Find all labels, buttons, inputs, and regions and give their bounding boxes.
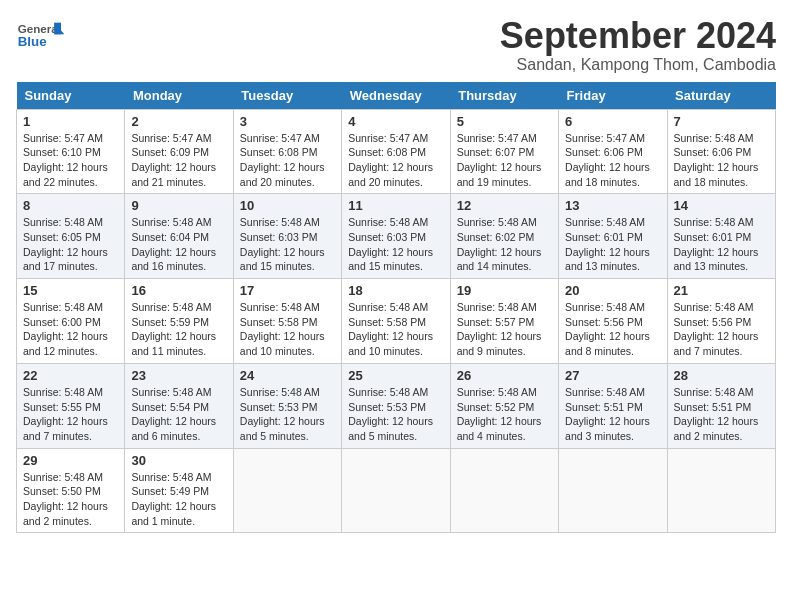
logo-icon: General Blue	[16, 16, 66, 56]
day-info: Sunrise: 5:48 AM Sunset: 6:05 PM Dayligh…	[23, 215, 118, 274]
day-info: Sunrise: 5:47 AM Sunset: 6:08 PM Dayligh…	[348, 131, 443, 190]
calendar-row: 1Sunrise: 5:47 AM Sunset: 6:10 PM Daylig…	[17, 109, 776, 194]
day-number: 19	[457, 283, 552, 298]
table-row: 4Sunrise: 5:47 AM Sunset: 6:08 PM Daylig…	[342, 109, 450, 194]
svg-rect-3	[54, 23, 61, 35]
day-info: Sunrise: 5:48 AM Sunset: 6:00 PM Dayligh…	[23, 300, 118, 359]
header-wednesday: Wednesday	[342, 82, 450, 110]
header-sunday: Sunday	[17, 82, 125, 110]
table-row: 17Sunrise: 5:48 AM Sunset: 5:58 PM Dayli…	[233, 279, 341, 364]
day-number: 14	[674, 198, 769, 213]
day-number: 20	[565, 283, 660, 298]
table-row: 26Sunrise: 5:48 AM Sunset: 5:52 PM Dayli…	[450, 363, 558, 448]
table-row: 1Sunrise: 5:47 AM Sunset: 6:10 PM Daylig…	[17, 109, 125, 194]
day-number: 12	[457, 198, 552, 213]
day-info: Sunrise: 5:48 AM Sunset: 5:49 PM Dayligh…	[131, 470, 226, 529]
day-info: Sunrise: 5:48 AM Sunset: 5:53 PM Dayligh…	[240, 385, 335, 444]
day-info: Sunrise: 5:48 AM Sunset: 6:06 PM Dayligh…	[674, 131, 769, 190]
table-row: 10Sunrise: 5:48 AM Sunset: 6:03 PM Dayli…	[233, 194, 341, 279]
table-row: 28Sunrise: 5:48 AM Sunset: 5:51 PM Dayli…	[667, 363, 775, 448]
header-thursday: Thursday	[450, 82, 558, 110]
table-row: 15Sunrise: 5:48 AM Sunset: 6:00 PM Dayli…	[17, 279, 125, 364]
day-info: Sunrise: 5:48 AM Sunset: 5:51 PM Dayligh…	[565, 385, 660, 444]
table-row: 21Sunrise: 5:48 AM Sunset: 5:56 PM Dayli…	[667, 279, 775, 364]
day-number: 18	[348, 283, 443, 298]
day-info: Sunrise: 5:48 AM Sunset: 5:51 PM Dayligh…	[674, 385, 769, 444]
title-area: September 2024 Sandan, Kampong Thom, Cam…	[500, 16, 776, 74]
table-row: 23Sunrise: 5:48 AM Sunset: 5:54 PM Dayli…	[125, 363, 233, 448]
day-info: Sunrise: 5:47 AM Sunset: 6:10 PM Dayligh…	[23, 131, 118, 190]
table-row	[342, 448, 450, 533]
day-info: Sunrise: 5:48 AM Sunset: 6:02 PM Dayligh…	[457, 215, 552, 274]
table-row: 5Sunrise: 5:47 AM Sunset: 6:07 PM Daylig…	[450, 109, 558, 194]
table-row: 11Sunrise: 5:48 AM Sunset: 6:03 PM Dayli…	[342, 194, 450, 279]
day-info: Sunrise: 5:48 AM Sunset: 5:59 PM Dayligh…	[131, 300, 226, 359]
day-number: 26	[457, 368, 552, 383]
day-number: 24	[240, 368, 335, 383]
calendar-row: 22Sunrise: 5:48 AM Sunset: 5:55 PM Dayli…	[17, 363, 776, 448]
day-info: Sunrise: 5:47 AM Sunset: 6:06 PM Dayligh…	[565, 131, 660, 190]
day-number: 21	[674, 283, 769, 298]
day-info: Sunrise: 5:48 AM Sunset: 5:58 PM Dayligh…	[240, 300, 335, 359]
day-info: Sunrise: 5:48 AM Sunset: 6:01 PM Dayligh…	[565, 215, 660, 274]
calendar-row: 15Sunrise: 5:48 AM Sunset: 6:00 PM Dayli…	[17, 279, 776, 364]
table-row: 14Sunrise: 5:48 AM Sunset: 6:01 PM Dayli…	[667, 194, 775, 279]
day-number: 17	[240, 283, 335, 298]
table-row: 2Sunrise: 5:47 AM Sunset: 6:09 PM Daylig…	[125, 109, 233, 194]
days-header-row: Sunday Monday Tuesday Wednesday Thursday…	[17, 82, 776, 110]
table-row: 8Sunrise: 5:48 AM Sunset: 6:05 PM Daylig…	[17, 194, 125, 279]
table-row: 13Sunrise: 5:48 AM Sunset: 6:01 PM Dayli…	[559, 194, 667, 279]
day-number: 11	[348, 198, 443, 213]
day-number: 23	[131, 368, 226, 383]
day-number: 6	[565, 114, 660, 129]
table-row: 18Sunrise: 5:48 AM Sunset: 5:58 PM Dayli…	[342, 279, 450, 364]
day-number: 15	[23, 283, 118, 298]
day-number: 30	[131, 453, 226, 468]
day-info: Sunrise: 5:48 AM Sunset: 5:50 PM Dayligh…	[23, 470, 118, 529]
table-row: 22Sunrise: 5:48 AM Sunset: 5:55 PM Dayli…	[17, 363, 125, 448]
svg-text:Blue: Blue	[18, 34, 47, 49]
day-info: Sunrise: 5:48 AM Sunset: 5:52 PM Dayligh…	[457, 385, 552, 444]
day-number: 16	[131, 283, 226, 298]
day-number: 10	[240, 198, 335, 213]
table-row: 20Sunrise: 5:48 AM Sunset: 5:56 PM Dayli…	[559, 279, 667, 364]
header-saturday: Saturday	[667, 82, 775, 110]
header-tuesday: Tuesday	[233, 82, 341, 110]
table-row: 24Sunrise: 5:48 AM Sunset: 5:53 PM Dayli…	[233, 363, 341, 448]
day-number: 5	[457, 114, 552, 129]
month-title: September 2024	[500, 16, 776, 56]
table-row	[450, 448, 558, 533]
day-number: 2	[131, 114, 226, 129]
page-header: General Blue September 2024 Sandan, Kamp…	[16, 16, 776, 74]
calendar-table: Sunday Monday Tuesday Wednesday Thursday…	[16, 82, 776, 534]
day-info: Sunrise: 5:47 AM Sunset: 6:09 PM Dayligh…	[131, 131, 226, 190]
day-info: Sunrise: 5:47 AM Sunset: 6:07 PM Dayligh…	[457, 131, 552, 190]
calendar-row: 29Sunrise: 5:48 AM Sunset: 5:50 PM Dayli…	[17, 448, 776, 533]
day-number: 29	[23, 453, 118, 468]
day-info: Sunrise: 5:47 AM Sunset: 6:08 PM Dayligh…	[240, 131, 335, 190]
day-info: Sunrise: 5:48 AM Sunset: 6:01 PM Dayligh…	[674, 215, 769, 274]
day-info: Sunrise: 5:48 AM Sunset: 5:56 PM Dayligh…	[674, 300, 769, 359]
day-info: Sunrise: 5:48 AM Sunset: 5:54 PM Dayligh…	[131, 385, 226, 444]
day-info: Sunrise: 5:48 AM Sunset: 6:03 PM Dayligh…	[240, 215, 335, 274]
day-info: Sunrise: 5:48 AM Sunset: 6:04 PM Dayligh…	[131, 215, 226, 274]
table-row: 12Sunrise: 5:48 AM Sunset: 6:02 PM Dayli…	[450, 194, 558, 279]
table-row	[667, 448, 775, 533]
logo: General Blue	[16, 16, 66, 56]
day-number: 27	[565, 368, 660, 383]
day-info: Sunrise: 5:48 AM Sunset: 5:53 PM Dayligh…	[348, 385, 443, 444]
table-row: 29Sunrise: 5:48 AM Sunset: 5:50 PM Dayli…	[17, 448, 125, 533]
table-row: 16Sunrise: 5:48 AM Sunset: 5:59 PM Dayli…	[125, 279, 233, 364]
day-number: 25	[348, 368, 443, 383]
day-info: Sunrise: 5:48 AM Sunset: 5:55 PM Dayligh…	[23, 385, 118, 444]
table-row: 25Sunrise: 5:48 AM Sunset: 5:53 PM Dayli…	[342, 363, 450, 448]
table-row: 9Sunrise: 5:48 AM Sunset: 6:04 PM Daylig…	[125, 194, 233, 279]
day-number: 4	[348, 114, 443, 129]
day-number: 9	[131, 198, 226, 213]
day-number: 28	[674, 368, 769, 383]
calendar-row: 8Sunrise: 5:48 AM Sunset: 6:05 PM Daylig…	[17, 194, 776, 279]
day-number: 7	[674, 114, 769, 129]
day-number: 1	[23, 114, 118, 129]
header-monday: Monday	[125, 82, 233, 110]
day-number: 3	[240, 114, 335, 129]
